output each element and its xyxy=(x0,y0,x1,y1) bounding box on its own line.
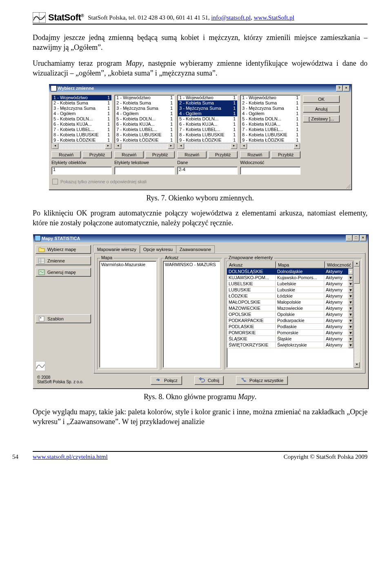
expand-button[interactable]: Rozwiń xyxy=(240,151,270,158)
list-item[interactable]: 1 - Województwo1 xyxy=(241,95,300,100)
col-mapa[interactable]: Mapa xyxy=(276,261,325,269)
footer-link[interactable]: www.statsoft.pl/czytelnia.html xyxy=(33,453,108,460)
maximize-button[interactable]: □ xyxy=(353,235,359,241)
list-item[interactable]: 9 - Kobieta ŁÓDZKIE1 xyxy=(178,138,237,143)
zoom-button[interactable]: Przybliż xyxy=(271,151,301,158)
list-item[interactable]: 3 - Mężczyzna Suma1 xyxy=(178,106,237,111)
filter-input[interactable] xyxy=(114,167,175,175)
list-item[interactable]: 5 - Kobieta DOLN...1 xyxy=(115,116,174,122)
list-item[interactable]: 5 - Kobieta DOLN...1 xyxy=(52,116,111,122)
horizontal-scrollbar[interactable]: ◄► xyxy=(115,143,174,149)
list-item[interactable]: 4 - Ogółem1 xyxy=(178,111,237,116)
resize-grip-icon[interactable] xyxy=(345,184,350,189)
filter-input[interactable] xyxy=(240,167,301,175)
scroll-left-icon[interactable]: ◄ xyxy=(178,143,184,149)
list-item[interactable]: 1 - Województwo1 xyxy=(178,95,237,100)
undo-button[interactable]: Cofnij xyxy=(194,376,224,385)
list-item[interactable]: 2 - Kobieta Suma1 xyxy=(115,100,174,106)
list-item[interactable]: 1 - Województwo1 xyxy=(52,95,111,100)
connect-all-button[interactable]: Połącz wszystkie xyxy=(236,376,288,385)
list-item[interactable]: 4 - Ogółem1 xyxy=(241,111,300,116)
list-item[interactable]: 7 - Kobieta LUBEL...1 xyxy=(241,127,300,132)
table-row[interactable]: ŁÓDZKIEŁódzkieAktywny▾ xyxy=(227,293,353,299)
minimize-button[interactable]: _ xyxy=(346,235,352,241)
table-row[interactable]: KUJAWSKO-POM...Kujawsko-Pomors...Aktywny… xyxy=(227,275,353,281)
variables-button[interactable]: Zmienne xyxy=(36,256,91,265)
list-item[interactable]: 7 - Kobieta LUBEL...1 xyxy=(115,127,174,132)
variable-listbox[interactable]: 1 - Województwo12 - Kobieta Suma13 - Męż… xyxy=(51,95,112,149)
cancel-button[interactable]: Anuluj xyxy=(303,105,340,113)
tab-mapping[interactable]: Mapowanie wierszy xyxy=(94,245,140,253)
list-item[interactable]: 8 - Kobieta LUBUSKIE1 xyxy=(178,132,237,138)
scroll-right-icon[interactable]: ► xyxy=(168,143,174,149)
scroll-down-icon[interactable]: ▼ xyxy=(354,362,360,368)
dropdown-arrow-icon[interactable]: ▾ xyxy=(348,281,353,287)
col-arkusz[interactable]: Arkusz xyxy=(227,261,276,269)
list-item[interactable]: 2 - Kobieta Suma1 xyxy=(52,100,111,106)
dropdown-arrow-icon[interactable]: ▾ xyxy=(348,269,353,275)
generate-map-button[interactable]: Generuj mapę xyxy=(36,268,91,277)
help-button[interactable]: ? xyxy=(336,85,343,91)
list-item[interactable]: 7 - Kobieta LUBEL...1 xyxy=(52,127,111,132)
close-button[interactable]: × xyxy=(360,235,366,241)
expand-button[interactable]: Rozwiń xyxy=(177,151,207,158)
table-row[interactable]: MAZOWIECKIEMazowieckieAktywny▾ xyxy=(227,305,353,311)
dropdown-arrow-icon[interactable]: ▾ xyxy=(348,336,353,342)
scroll-left-icon[interactable]: ◄ xyxy=(115,143,121,149)
dropdown-arrow-icon[interactable]: ▾ xyxy=(348,305,353,311)
horizontal-scrollbar[interactable]: ◄► xyxy=(52,143,111,149)
website-link[interactable]: www.StatSoft.pl xyxy=(254,14,294,21)
dropdown-arrow-icon[interactable]: ▾ xyxy=(348,330,353,336)
dropdown-arrow-icon[interactable]: ▾ xyxy=(348,324,353,330)
filter-input[interactable]: 2-4 xyxy=(177,167,238,175)
list-item[interactable]: 8 - Kobieta LUBUSKIE1 xyxy=(115,132,174,138)
dropdown-arrow-icon[interactable]: ▾ xyxy=(348,311,353,318)
list-item[interactable]: 6 - Kobieta KUJA...1 xyxy=(115,122,174,127)
table-row[interactable]: ŚLĄSKIEŚląskieAktywny▾ xyxy=(227,336,353,342)
table-row[interactable]: PODKARPACKIEPodkarpackieAktywny▾ xyxy=(227,318,353,324)
list-item[interactable]: 6 - Kobieta KUJA...1 xyxy=(241,122,300,127)
list-item[interactable]: 4 - Ogółem1 xyxy=(52,111,111,116)
table-row[interactable]: DOLNOŚLĄSKIEDolnośląskieAktywny▾ xyxy=(227,269,353,275)
vertical-scrollbar[interactable]: ▲ ▼ xyxy=(354,261,360,368)
expand-button[interactable]: Rozwiń xyxy=(51,151,81,158)
template-button[interactable]: Szablon xyxy=(36,314,91,323)
scroll-right-icon[interactable]: ► xyxy=(294,143,300,149)
tab-chart-options[interactable]: Opcje wykresu xyxy=(140,245,176,253)
list-item[interactable]: 5 - Kobieta DOLN...1 xyxy=(178,116,237,122)
variable-listbox[interactable]: 1 - Województwo12 - Kobieta Suma13 - Męż… xyxy=(177,95,238,149)
list-item[interactable]: 9 - Kobieta ŁÓDZKIE1 xyxy=(115,138,174,143)
dropdown-arrow-icon[interactable]: ▾ xyxy=(348,318,353,324)
table-row[interactable]: MAŁOPOLSKIEMałopolskieAktywny▾ xyxy=(227,299,353,305)
list-item[interactable]: 2 - Kobieta Suma1 xyxy=(241,100,300,106)
table-row[interactable]: OPOLSKIEOpolskieAktywny▾ xyxy=(227,311,353,318)
list-item[interactable]: 7 - Kobieta LUBEL...1 xyxy=(178,127,237,132)
zoom-button[interactable]: Przybliż xyxy=(208,151,238,158)
list-item[interactable]: 1 - Województwo1 xyxy=(115,95,174,100)
list-item[interactable]: 4 - Ogółem1 xyxy=(115,111,174,116)
dropdown-arrow-icon[interactable]: ▾ xyxy=(348,287,353,293)
list-item[interactable]: 2 - Kobieta Suma1 xyxy=(178,100,237,106)
list-item[interactable]: 6 - Kobieta KUJA...1 xyxy=(52,122,111,127)
zoom-button[interactable]: Przybliż xyxy=(82,151,112,158)
ok-button[interactable]: OK xyxy=(303,96,340,103)
scroll-right-icon[interactable]: ► xyxy=(105,143,111,149)
list-item[interactable]: 6 - Kobieta KUJA...1 xyxy=(178,122,237,127)
scroll-left-icon[interactable]: ◄ xyxy=(52,143,58,149)
close-button[interactable]: × xyxy=(343,85,350,91)
scroll-up-icon[interactable]: ▲ xyxy=(354,261,360,267)
scroll-right-icon[interactable]: ► xyxy=(231,143,237,149)
list-item[interactable]: 9 - Kobieta ŁÓDZKIE1 xyxy=(241,138,300,143)
list-item[interactable]: 5 - Kobieta DOLN...1 xyxy=(241,116,300,122)
col-widocznosc[interactable]: Widoczność xyxy=(325,261,353,269)
scale-checkbox[interactable] xyxy=(52,179,58,184)
list-item[interactable]: 9 - Kobieta ŁÓDZKIE1 xyxy=(52,138,111,143)
dropdown-arrow-icon[interactable]: ▾ xyxy=(348,342,353,348)
email-link[interactable]: info@statsoft.pl xyxy=(211,14,251,21)
table-row[interactable]: PODLASKIEPodlaskieAktywny▾ xyxy=(227,324,353,330)
dropdown-arrow-icon[interactable]: ▾ xyxy=(348,275,353,281)
map-list-item[interactable]: Warmińsko-Mazurskie xyxy=(100,261,156,268)
list-item[interactable]: 8 - Kobieta LUBUSKIE1 xyxy=(52,132,111,138)
dropdown-arrow-icon[interactable]: ▾ xyxy=(348,299,353,305)
choose-map-button[interactable]: Wybierz mapę xyxy=(36,245,91,254)
